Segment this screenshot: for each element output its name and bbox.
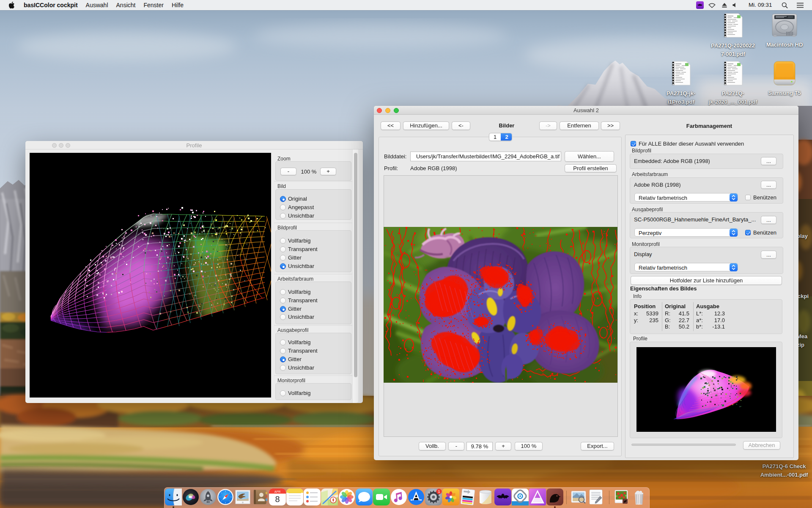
svg-text:8: 8 [275,494,280,504]
svg-text:APR: APR [274,490,280,493]
svg-text:1: 1 [438,489,440,494]
